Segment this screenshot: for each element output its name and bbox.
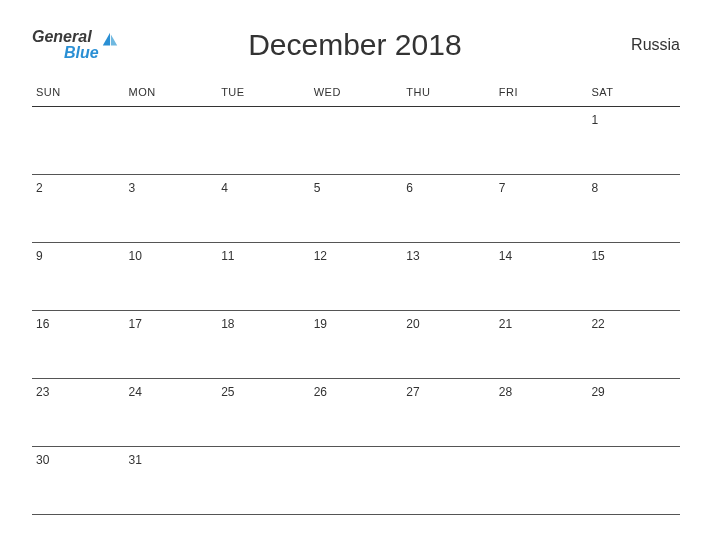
day-cell	[217, 107, 310, 175]
calendar-row: 23 24 25 26 27 28 29	[32, 379, 680, 447]
calendar-row: 30 31	[32, 447, 680, 515]
day-cell: 20	[402, 311, 495, 379]
day-cell: 21	[495, 311, 588, 379]
day-cell: 18	[217, 311, 310, 379]
day-cell	[32, 107, 125, 175]
day-cell	[402, 447, 495, 515]
day-cell: 29	[587, 379, 680, 447]
day-cell: 16	[32, 311, 125, 379]
calendar-header: General Blue December 2018 Russia	[32, 28, 680, 62]
day-cell: 30	[32, 447, 125, 515]
weekday-header: WED	[310, 80, 403, 107]
calendar-row: 9 10 11 12 13 14 15	[32, 243, 680, 311]
weekday-header: SAT	[587, 80, 680, 107]
day-cell	[587, 447, 680, 515]
day-cell: 11	[217, 243, 310, 311]
weekday-header: TUE	[217, 80, 310, 107]
day-cell	[495, 107, 588, 175]
day-cell	[310, 107, 403, 175]
day-cell	[402, 107, 495, 175]
day-cell	[125, 107, 218, 175]
day-cell: 7	[495, 175, 588, 243]
day-cell: 2	[32, 175, 125, 243]
day-cell: 15	[587, 243, 680, 311]
day-cell: 6	[402, 175, 495, 243]
weekday-header: MON	[125, 80, 218, 107]
day-cell: 25	[217, 379, 310, 447]
weekday-header: THU	[402, 80, 495, 107]
day-cell: 3	[125, 175, 218, 243]
day-cell: 31	[125, 447, 218, 515]
country-label: Russia	[631, 36, 680, 54]
day-cell: 14	[495, 243, 588, 311]
day-cell: 4	[217, 175, 310, 243]
day-cell: 17	[125, 311, 218, 379]
day-cell: 5	[310, 175, 403, 243]
day-cell: 22	[587, 311, 680, 379]
day-cell: 26	[310, 379, 403, 447]
weekday-header: FRI	[495, 80, 588, 107]
calendar-row: 2 3 4 5 6 7 8	[32, 175, 680, 243]
day-cell: 23	[32, 379, 125, 447]
day-cell: 10	[125, 243, 218, 311]
day-cell	[310, 447, 403, 515]
day-cell	[217, 447, 310, 515]
day-cell: 1	[587, 107, 680, 175]
day-cell: 13	[402, 243, 495, 311]
calendar-title: December 2018	[79, 28, 631, 62]
day-cell: 12	[310, 243, 403, 311]
calendar-row: 16 17 18 19 20 21 22	[32, 311, 680, 379]
day-cell: 8	[587, 175, 680, 243]
day-cell: 9	[32, 243, 125, 311]
day-cell: 19	[310, 311, 403, 379]
day-cell: 24	[125, 379, 218, 447]
day-cell: 28	[495, 379, 588, 447]
day-cell	[495, 447, 588, 515]
weekday-header: SUN	[32, 80, 125, 107]
calendar-row: 1	[32, 107, 680, 175]
calendar-grid: SUN MON TUE WED THU FRI SAT 1 2 3 4 5 6 …	[32, 80, 680, 515]
day-cell: 27	[402, 379, 495, 447]
weekday-header-row: SUN MON TUE WED THU FRI SAT	[32, 80, 680, 107]
